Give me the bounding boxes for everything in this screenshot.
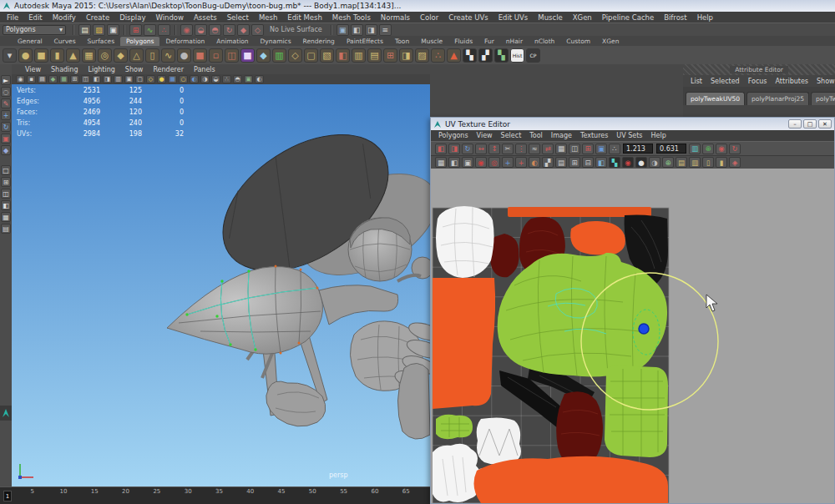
close-button[interactable]: ✕ <box>818 119 832 129</box>
menu-item-mesh-tools[interactable]: Mesh Tools <box>327 13 376 22</box>
film-gate-icon[interactable]: ◫ <box>81 75 90 83</box>
shelf-tab-toon[interactable]: Toon <box>389 37 415 46</box>
menu-item-xgen[interactable]: XGen <box>568 13 597 22</box>
shaded-icon[interactable]: ● <box>157 75 166 83</box>
head[interactable] <box>348 218 412 281</box>
uv-editor-menu-item-tool[interactable]: Tool <box>525 132 547 139</box>
select-tool-icon[interactable]: ► <box>1 75 11 85</box>
booleans-icon[interactable]: ■ <box>240 48 255 63</box>
wireframe-icon[interactable]: ◇ <box>146 75 155 83</box>
menu-item-window[interactable]: Window <box>150 13 189 22</box>
move-uv-shell-tool-icon[interactable]: ◧ <box>448 157 460 168</box>
viewport-canvas[interactable]: Verts:25311250Edges:49562440Faces:246912… <box>12 84 430 486</box>
make-live-icon[interactable]: ◉ <box>180 24 193 36</box>
move-v-icon[interactable]: ↕ <box>488 144 500 154</box>
image-plane-icon[interactable]: ▦ <box>59 75 68 83</box>
shelf-tab-fluids[interactable]: Fluids <box>448 37 478 46</box>
poly-plane-icon[interactable]: ▦ <box>82 48 96 63</box>
v-coordinate-field[interactable] <box>656 144 686 154</box>
last-tool-used-icon[interactable]: ◆ <box>1 145 11 155</box>
field-chart-icon[interactable]: ▥ <box>114 75 123 83</box>
uv-editor-menu-item-select[interactable]: Select <box>497 132 526 139</box>
poly-cylinder-icon[interactable]: ▮ <box>50 48 64 63</box>
extract-icon[interactable]: ◫ <box>225 48 239 63</box>
render-current-frame-icon[interactable]: ◧ <box>351 24 363 36</box>
uv-editor-canvas[interactable] <box>431 169 834 503</box>
paste-v-icon[interactable]: ▮ <box>716 157 727 168</box>
pivot-icon[interactable]: + <box>515 157 527 168</box>
smooth-icon[interactable]: ◆ <box>256 48 271 63</box>
add-to-isolation-icon[interactable]: ⊞ <box>569 157 580 168</box>
layout-persp-outliner-icon[interactable]: ◫ <box>1 189 11 199</box>
construction-history-icon[interactable]: ↻ <box>223 24 235 36</box>
ipr-render-icon[interactable]: ◨ <box>365 24 377 36</box>
shelf-tab-surfaces[interactable]: Surfaces <box>82 37 120 46</box>
panel-menu-item-renderer[interactable]: Renderer <box>148 66 189 73</box>
split-polygon-icon[interactable]: ◧ <box>336 48 350 63</box>
toon-bug-model[interactable] <box>12 84 430 486</box>
panel-menu-item-shading[interactable]: Shading <box>46 66 84 73</box>
input-connections-icon[interactable]: ◒ <box>195 24 207 36</box>
poly-torus-icon[interactable]: ◎ <box>98 48 112 63</box>
menu-item-create[interactable]: Create <box>81 13 114 22</box>
render-view-icon[interactable]: ▣ <box>337 24 349 36</box>
render-settings-icon[interactable]: ≡ <box>379 24 392 36</box>
lasso-select-tool-icon[interactable]: ◌ <box>1 87 11 97</box>
layout-hypershade-icon[interactable]: ▦ <box>1 212 11 222</box>
shelf-tab-nhair[interactable]: nHair <box>500 37 529 46</box>
shadows-icon[interactable]: ◐ <box>190 75 199 83</box>
panel-menu-item-view[interactable]: View <box>20 66 46 73</box>
shelf-tab-dynamics[interactable]: Dynamics <box>255 37 297 46</box>
menu-item-file[interactable]: File <box>2 13 23 22</box>
lights-icon[interactable]: ○ <box>179 75 188 83</box>
menu-item-assets[interactable]: Assets <box>189 13 222 22</box>
output-connections-icon[interactable]: ◓ <box>209 24 221 36</box>
shelf-tab-custom[interactable]: Custom <box>560 37 596 46</box>
sew-uv-edges-icon[interactable]: ≈ <box>529 144 540 154</box>
selection-mask-icon[interactable]: ◇ <box>251 24 264 36</box>
menu-item-normals[interactable]: Normals <box>376 13 415 22</box>
move-u-icon[interactable]: ↔ <box>475 144 487 154</box>
uv-editor-menu-item-textures[interactable]: Textures <box>576 132 612 139</box>
uv-editor-menu-item-help[interactable]: Help <box>647 132 671 139</box>
copy-uvs-icon[interactable]: ▤ <box>676 157 687 168</box>
separate-icon[interactable]: ▫ <box>209 48 223 63</box>
remove-from-isolation-icon[interactable]: ⊟ <box>582 157 594 168</box>
cp-icon[interactable]: CP <box>526 48 540 63</box>
resolution-gate-icon[interactable]: ◧ <box>92 75 101 83</box>
extrude-icon[interactable]: ⊞ <box>383 48 397 63</box>
u-coordinate-field[interactable] <box>623 144 653 154</box>
attribute-editor-tab-polytweakuv50[interactable]: polyTweakUV50 <box>686 92 745 105</box>
poly-cube-icon[interactable]: ■ <box>34 48 48 63</box>
attribute-editor-menu-item-attributes[interactable]: Attributes <box>772 78 813 85</box>
merge-vertices-icon[interactable]: ∴ <box>431 48 445 63</box>
grid-uvs-icon[interactable]: ∴ <box>609 144 620 154</box>
move-and-sew-icon[interactable]: ⇄ <box>542 144 554 154</box>
menu-item-pipeline-cache[interactable]: Pipeline Cache <box>597 13 659 22</box>
selected-uv-point[interactable] <box>639 324 649 334</box>
uv-editor-menu-item-view[interactable]: View <box>473 132 497 139</box>
offset-edge-loop-icon[interactable]: ▤ <box>367 48 382 63</box>
shelf-tab-polygons[interactable]: Polygons <box>120 37 159 46</box>
layout-single-pane-icon[interactable]: □ <box>1 165 11 175</box>
append-polygon-icon[interactable]: ▧ <box>320 48 334 63</box>
foot[interactable] <box>397 363 430 439</box>
isolate-select-uv-icon[interactable]: ▤ <box>555 157 567 168</box>
pixel-snap-icon[interactable]: ⊕ <box>662 157 674 168</box>
bend-icon[interactable]: ▨ <box>415 48 429 63</box>
soft-select-icon[interactable]: ◐ <box>529 157 540 168</box>
select-shortest-path-icon[interactable]: ◉ <box>475 157 487 168</box>
menu-item-edit[interactable]: Edit <box>23 13 47 22</box>
rotate-uv-ccw-icon[interactable]: ↻ <box>462 144 473 154</box>
panel-menu-item-show[interactable]: Show <box>120 66 149 73</box>
scale-tool-icon[interactable]: ▣ <box>1 134 11 144</box>
layout-uvs-icon[interactable]: ▦ <box>555 144 567 154</box>
symmetry-icon[interactable]: ▞ <box>542 157 554 168</box>
poly-prism-icon[interactable]: ◆ <box>114 48 128 63</box>
move-tool-icon[interactable]: + <box>1 110 11 120</box>
shelf-tab-xgen[interactable]: XGen <box>596 37 625 46</box>
cut-uv-edges-icon[interactable]: ✂ <box>502 144 514 154</box>
layout-uv-editor-icon[interactable]: ▤ <box>1 224 11 234</box>
paste-u-icon[interactable]: ▯ <box>702 157 714 168</box>
uv-editor-title-bar[interactable]: UV Texture Editor –□✕ <box>431 118 834 130</box>
